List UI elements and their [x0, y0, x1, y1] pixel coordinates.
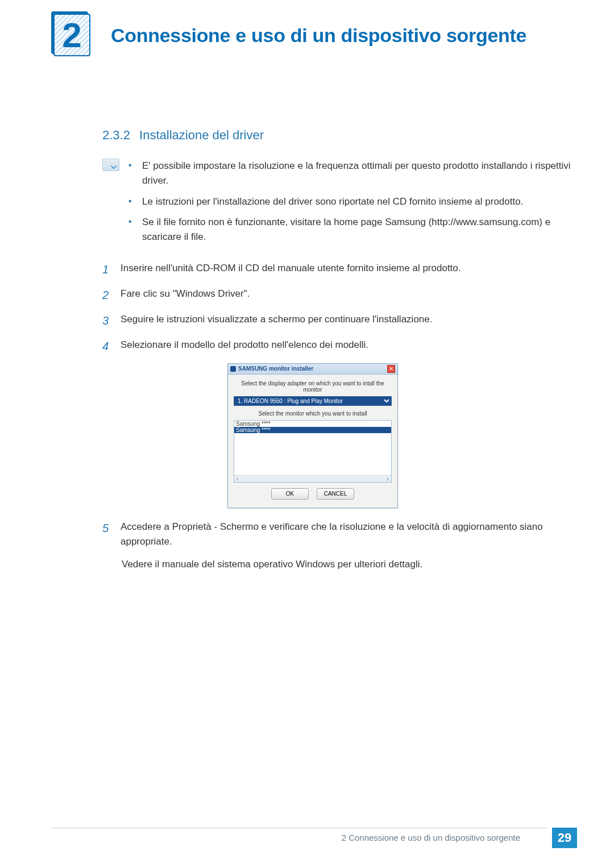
steps-list-cont: 5 Accedere a Proprietà - Schermo e verif… [102, 520, 574, 550]
step-item: 2 Fare clic su "Windows Driver". [102, 286, 574, 304]
step-number: 3 [102, 312, 110, 330]
steps-list: 1 Inserire nell'unità CD-ROM il CD del m… [102, 261, 574, 355]
ok-button[interactable]: OK [271, 488, 309, 500]
step-item: 4 Selezionare il modello del prodotto ne… [102, 338, 574, 355]
note-icon [102, 159, 119, 171]
step-text: Fare clic su "Windows Driver". [121, 286, 574, 304]
chapter-title: Connessione e uso di un dispositivo sorg… [111, 24, 526, 47]
step-number: 1 [102, 261, 110, 279]
chapter-header: 2 Connessione e uso di un dispositivo so… [51, 11, 574, 60]
note-block: E' possibile impostare la risoluzione e … [102, 159, 574, 251]
installer-dialog: SAMSUNG monitor installer ✕ Select the d… [227, 363, 398, 508]
step-item: 1 Inserire nell'unità CD-ROM il CD del m… [102, 261, 574, 279]
page-footer: 2 Connessione e uso di un dispositivo so… [51, 828, 577, 848]
footer-chapter-text: 2 Connessione e uso di un dispositivo so… [342, 833, 520, 842]
section-title: Installazione del driver [139, 128, 264, 142]
step-extra-text: Vedere il manuale del sistema operativo … [122, 557, 574, 572]
step-number: 5 [102, 520, 110, 550]
chapter-badge: 2 [51, 11, 94, 60]
app-icon [230, 366, 236, 372]
step-item: 3 Seguire le istruzioni visualizzate a s… [102, 312, 574, 330]
scroll-left-icon[interactable]: ‹ [234, 476, 241, 482]
dialog-title: SAMSUNG monitor installer [238, 366, 313, 372]
step-text: Seguire le istruzioni visualizzate a sch… [121, 312, 574, 330]
note-item: Le istruzioni per l'installazione del dr… [128, 194, 574, 209]
list-item-selected[interactable]: Samsung **** [234, 427, 391, 433]
page-number: 29 [552, 828, 577, 848]
step-text: Inserire nell'unità CD-ROM il CD del man… [121, 261, 574, 279]
cancel-button[interactable]: CANCEL [317, 488, 354, 500]
adapter-select[interactable]: 1. RADEON 9550 : Plug and Play Monitor [234, 396, 392, 406]
dialog-titlebar: SAMSUNG monitor installer ✕ [228, 364, 397, 375]
note-item: Se il file fornito non è funzionante, vi… [128, 215, 574, 245]
close-icon[interactable]: ✕ [387, 365, 395, 373]
note-item: E' possibile impostare la risoluzione e … [128, 159, 574, 189]
scroll-right-icon[interactable]: › [384, 476, 391, 482]
step-number: 4 [102, 338, 110, 355]
monitor-label: Select the monitor which you want to ins… [234, 410, 392, 417]
step-number: 2 [102, 286, 110, 304]
adapter-label: Select the display adapter on which you … [234, 380, 392, 393]
section-number: 2.3.2 [102, 128, 130, 142]
monitor-listbox[interactable]: Samsung **** Samsung **** ‹ › [234, 420, 392, 483]
step-text: Selezionare il modello del prodotto nell… [121, 338, 574, 355]
section-heading: 2.3.2 Installazione del driver [102, 128, 574, 143]
chapter-number: 2 [62, 18, 81, 53]
step-text: Accedere a Proprietà - Schermo e verific… [121, 520, 574, 550]
horizontal-scrollbar[interactable]: ‹ › [234, 475, 391, 482]
list-item[interactable]: Samsung **** [234, 421, 391, 427]
step-item: 5 Accedere a Proprietà - Schermo e verif… [102, 520, 574, 550]
note-list: E' possibile impostare la risoluzione e … [128, 159, 574, 251]
